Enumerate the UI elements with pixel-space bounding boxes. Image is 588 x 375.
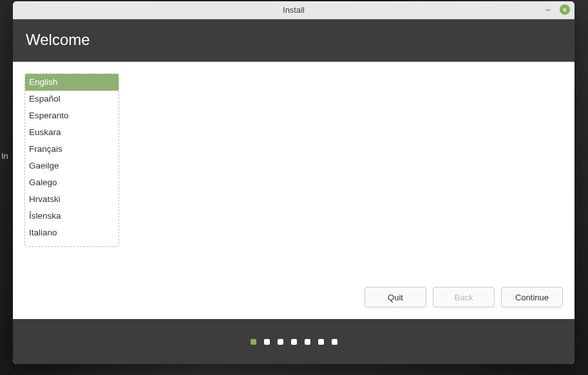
minimize-button[interactable]: – xyxy=(542,4,554,15)
quit-button[interactable]: Quit xyxy=(365,287,426,307)
window-controls: – × xyxy=(542,4,571,15)
window-title: Install xyxy=(283,5,305,15)
continue-button-label: Continue xyxy=(515,293,549,302)
language-item[interactable]: Euskara xyxy=(25,124,119,141)
installer-window: Install – × Welcome EnglishEspañolEspera… xyxy=(13,1,574,364)
language-item[interactable]: Gaeilge xyxy=(25,158,119,174)
desktop-partial-text: In xyxy=(1,151,8,161)
progress-dots xyxy=(13,319,574,364)
continue-button[interactable]: Continue xyxy=(501,287,563,307)
button-row: Quit Back Continue xyxy=(365,287,563,307)
content-area: EnglishEspañolEsperantoEuskaraFrançaisGa… xyxy=(13,62,574,319)
progress-dot xyxy=(305,339,310,345)
minimize-icon: – xyxy=(545,5,551,14)
language-item[interactable]: Hrvatski xyxy=(25,191,119,208)
back-button[interactable]: Back xyxy=(433,287,495,307)
progress-dot xyxy=(264,339,270,345)
progress-dot xyxy=(291,339,297,345)
back-button-label: Back xyxy=(455,293,473,302)
language-item[interactable]: Esperanto xyxy=(25,107,119,124)
language-item[interactable]: English xyxy=(25,74,119,91)
language-scroll[interactable]: EnglishEspañolEsperantoEuskaraFrançaisGa… xyxy=(25,74,119,246)
close-button[interactable]: × xyxy=(559,4,571,15)
progress-dot xyxy=(332,339,337,345)
progress-dot xyxy=(251,339,256,345)
language-item[interactable]: Íslenska xyxy=(25,208,119,224)
close-icon: × xyxy=(560,5,570,15)
language-item[interactable]: Kurdî xyxy=(25,241,119,246)
language-item[interactable]: Español xyxy=(25,91,119,107)
header: Welcome xyxy=(13,19,574,62)
page-title: Welcome xyxy=(26,31,562,49)
language-item[interactable]: Italiano xyxy=(25,224,119,241)
language-item[interactable]: Galego xyxy=(25,174,119,191)
quit-button-label: Quit xyxy=(388,293,403,302)
titlebar: Install – × xyxy=(13,1,574,19)
progress-dot xyxy=(318,339,324,345)
language-list[interactable]: EnglishEspañolEsperantoEuskaraFrançaisGa… xyxy=(24,73,119,247)
progress-dot xyxy=(278,339,283,345)
language-item[interactable]: Français xyxy=(25,141,119,158)
